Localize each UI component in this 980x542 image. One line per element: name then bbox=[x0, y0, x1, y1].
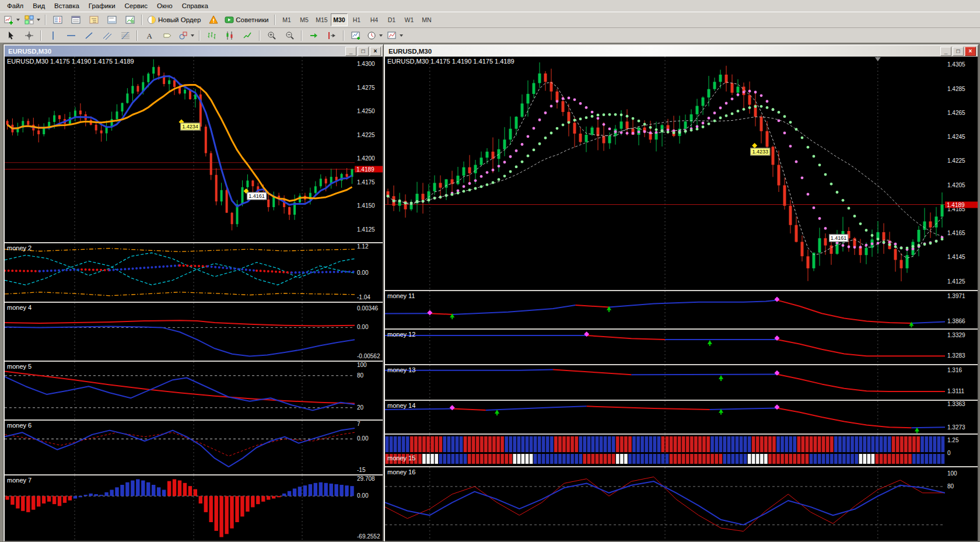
window-title: EURUSD,M30 bbox=[388, 48, 432, 55]
menu-insert[interactable]: Вставка bbox=[50, 1, 84, 11]
price-scale[interactable]: 29.7080.00-69.2552 bbox=[355, 475, 383, 541]
pane-money6: money 670.00-15 bbox=[5, 419, 383, 474]
price-scale[interactable]: 1.43051.42851.42651.42451.42251.42051.41… bbox=[945, 57, 978, 290]
chart-plot-area[interactable]: money 4 bbox=[5, 303, 355, 361]
minimize-button[interactable]: _ bbox=[940, 47, 951, 56]
price-scale[interactable]: 1008020 bbox=[355, 362, 383, 419]
templates-button[interactable] bbox=[386, 29, 405, 43]
new-chart-button[interactable] bbox=[2, 13, 22, 27]
timeframe-m1[interactable]: M1 bbox=[278, 13, 295, 26]
svg-text:A: A bbox=[146, 32, 152, 40]
price-scale[interactable]: 1.120.00-1.04 bbox=[355, 243, 383, 302]
chevron-down-icon bbox=[400, 34, 403, 37]
window-titlebar[interactable]: EURUSD,M30 _ □ × bbox=[385, 46, 978, 57]
chart-plot-area[interactable]: 1.42331.4161EURUSD,M30 1.4175 1.4190 1.4… bbox=[385, 57, 945, 290]
new-order-button[interactable]: Новый Ордер bbox=[145, 13, 204, 27]
equidistant-channel-button[interactable] bbox=[99, 29, 116, 43]
profiles-button[interactable] bbox=[23, 13, 42, 27]
maximize-button[interactable]: □ bbox=[953, 47, 964, 56]
zoom-in-button[interactable] bbox=[263, 29, 280, 43]
price-scale[interactable]: 10080 bbox=[945, 467, 978, 541]
scale-label: 1.4150 bbox=[357, 202, 375, 209]
auto-scroll-button[interactable] bbox=[305, 29, 322, 43]
window-controls: _ □ × bbox=[940, 47, 976, 56]
minimize-button[interactable]: _ bbox=[345, 47, 356, 56]
indicator-label: money 15 bbox=[387, 454, 415, 461]
data-window-button[interactable] bbox=[67, 13, 84, 27]
line-chart-button[interactable] bbox=[239, 29, 256, 43]
scale-label: 1.3283 bbox=[947, 352, 965, 359]
candlestick-chart-button[interactable] bbox=[221, 29, 238, 43]
text-button[interactable]: A bbox=[141, 29, 158, 43]
price-scale[interactable]: 70.00-15 bbox=[355, 421, 383, 474]
indicators-button[interactable] bbox=[347, 29, 364, 43]
navigator-button[interactable] bbox=[85, 13, 102, 27]
market-watch-button[interactable] bbox=[49, 13, 66, 27]
timeframe-w1[interactable]: W1 bbox=[401, 13, 418, 26]
horizontal-line-button[interactable] bbox=[62, 29, 79, 43]
maximize-button[interactable]: □ bbox=[358, 47, 369, 56]
cursor-button[interactable] bbox=[2, 29, 19, 43]
text-label-button[interactable] bbox=[159, 29, 176, 43]
chart-plot-area[interactable]: money 5 bbox=[5, 362, 355, 419]
chart-plot-area[interactable]: money 15 bbox=[385, 435, 945, 466]
timeframe-d1[interactable]: D1 bbox=[383, 13, 400, 26]
trendline-button[interactable] bbox=[80, 29, 97, 43]
chart-plot-area[interactable]: money 7 bbox=[5, 475, 355, 541]
strategy-tester-button[interactable] bbox=[121, 13, 138, 27]
price-tag[interactable]: 1.4161 bbox=[247, 192, 267, 200]
chart-plot-area[interactable]: money 13 bbox=[385, 365, 945, 400]
periods-icon bbox=[367, 31, 376, 40]
pane-main: 1.42331.4161EURUSD,M30 1.4175 1.4190 1.4… bbox=[385, 57, 978, 290]
timeframe-h1[interactable]: H1 bbox=[348, 13, 365, 26]
chart-plot-area[interactable]: 1.42341.4161EURUSD,M30 1.4175 1.4190 1.4… bbox=[5, 57, 355, 242]
menu-view[interactable]: Вид bbox=[28, 1, 50, 11]
chart-window-right: EURUSD,M30 _ □ × 1.42331.4161EURUSD,M30 … bbox=[384, 44, 979, 542]
chart-plot-area[interactable]: money 2 bbox=[5, 243, 355, 302]
periods-button[interactable] bbox=[365, 29, 384, 43]
timeframe-m5[interactable]: M5 bbox=[296, 13, 313, 26]
timeframe-h4[interactable]: H4 bbox=[366, 13, 383, 26]
zoom-out-button[interactable] bbox=[281, 29, 298, 43]
menu-charts[interactable]: Графики bbox=[84, 1, 120, 11]
price-scale[interactable]: 1.33631.3273 bbox=[945, 401, 978, 433]
shapes-button[interactable] bbox=[177, 29, 196, 43]
crosshair-button[interactable] bbox=[20, 29, 37, 43]
chart-plot-area[interactable]: money 12 bbox=[385, 330, 945, 364]
scale-label: 20 bbox=[357, 404, 363, 411]
price-scale[interactable]: 1.250 bbox=[945, 435, 978, 466]
timeframe-mn[interactable]: MN bbox=[418, 13, 435, 26]
timeframe-m15[interactable]: M15 bbox=[313, 13, 330, 26]
terminal-button[interactable] bbox=[103, 13, 120, 27]
scale-label: 1.4145 bbox=[947, 254, 965, 260]
fibonacci-button[interactable] bbox=[117, 29, 134, 43]
vertical-line-button[interactable] bbox=[44, 29, 61, 43]
timeframe-m30[interactable]: M30 bbox=[331, 13, 348, 26]
price-scale[interactable]: 1.33291.3283 bbox=[945, 330, 978, 364]
close-button[interactable]: × bbox=[370, 47, 381, 56]
price-scale[interactable]: 1.43001.42751.42501.42251.42001.41751.41… bbox=[355, 57, 383, 242]
price-scale[interactable]: 1.3161.3111 bbox=[945, 365, 978, 400]
menu-tools[interactable]: Сервис bbox=[120, 1, 152, 11]
menu-window[interactable]: Окно bbox=[152, 1, 177, 11]
scale-label: 1.12 bbox=[357, 243, 368, 250]
alert-button[interactable] bbox=[205, 13, 222, 27]
close-button[interactable]: × bbox=[965, 47, 976, 56]
price-tag[interactable]: 1.4161 bbox=[829, 235, 849, 242]
chart-plot-area[interactable]: money 14 bbox=[385, 401, 945, 433]
price-tag[interactable]: 1.4234 bbox=[180, 123, 200, 131]
pane-canvas bbox=[385, 330, 945, 364]
bar-chart-button[interactable] bbox=[203, 29, 220, 43]
chart-plot-area[interactable]: money 11 bbox=[385, 291, 945, 328]
chart-plot-area[interactable]: money 16 bbox=[385, 467, 945, 541]
menu-file[interactable]: Файл bbox=[2, 1, 28, 11]
price-tag[interactable]: 1.4233 bbox=[750, 148, 770, 155]
chart-shift-button[interactable] bbox=[323, 29, 340, 43]
price-scale[interactable]: 1.39711.3866 bbox=[945, 291, 978, 328]
menu-help[interactable]: Справка bbox=[177, 1, 213, 11]
price-scale[interactable]: 0.003460.00-0.00562 bbox=[355, 303, 383, 361]
zoom-in-icon bbox=[267, 31, 276, 40]
window-titlebar[interactable]: EURUSD,M30 _ □ × bbox=[5, 46, 383, 57]
expert-advisors-button[interactable]: Советники bbox=[223, 13, 271, 27]
chart-plot-area[interactable]: money 6 bbox=[5, 421, 355, 474]
